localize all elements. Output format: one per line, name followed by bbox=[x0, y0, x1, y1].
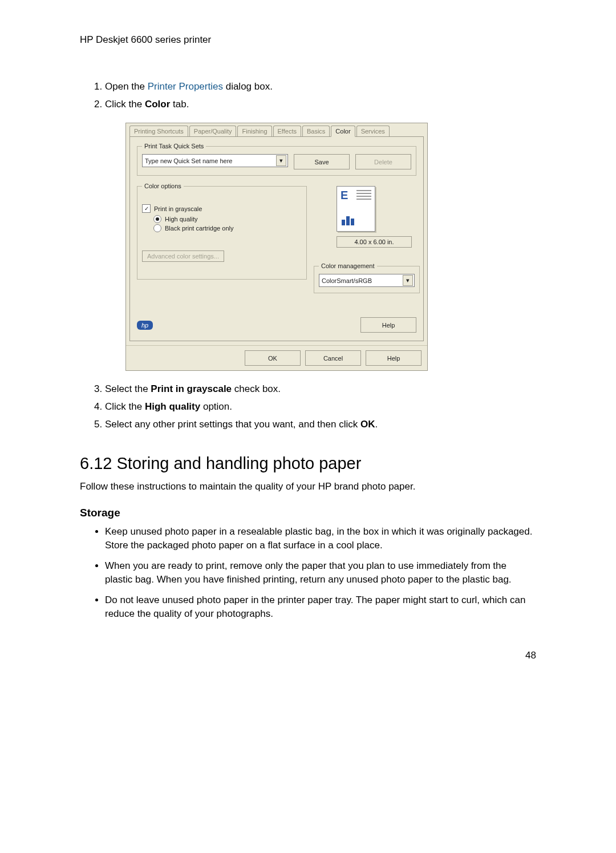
step-2: Click the Color tab. bbox=[105, 98, 536, 112]
steps-before-dialog: Open the Printer Properties dialog box. … bbox=[80, 80, 536, 111]
black-cartridge-label: Black print cartridge only bbox=[165, 225, 233, 232]
color-options-legend: Color options bbox=[142, 183, 184, 189]
step-4: Click the High quality option. bbox=[105, 400, 536, 414]
printer-properties-dialog: Printing Shortcuts Paper/Quality Finishi… bbox=[125, 123, 428, 371]
chevron-down-icon[interactable]: ▾ bbox=[403, 275, 413, 286]
steps-after-dialog: Select the Print in grayscale check box.… bbox=[80, 382, 536, 431]
quickset-fieldset: Print Task Quick Sets Type new Quick Set… bbox=[137, 143, 416, 176]
quickset-select[interactable]: Type new Quick Set name here ▾ bbox=[142, 154, 288, 167]
tab-basics[interactable]: Basics bbox=[302, 126, 330, 137]
save-button[interactable]: Save bbox=[294, 154, 350, 169]
tab-color[interactable]: Color bbox=[331, 126, 355, 137]
tab-printing-shortcuts[interactable]: Printing Shortcuts bbox=[129, 126, 188, 137]
tab-finishing[interactable]: Finishing bbox=[237, 126, 271, 137]
tab-services[interactable]: Services bbox=[356, 126, 390, 137]
help-button[interactable]: Help bbox=[360, 317, 416, 333]
list-item: When you are ready to print, remove only… bbox=[105, 559, 536, 587]
high-quality-label: High quality bbox=[165, 216, 197, 223]
tab-paper-quality[interactable]: Paper/Quality bbox=[189, 126, 237, 137]
color-management-fieldset: Color management ColorSmart/sRGB ▾ bbox=[314, 262, 420, 293]
preview-letter-icon: E bbox=[341, 189, 348, 202]
hp-logo-icon: hp bbox=[137, 321, 153, 330]
step-3: Select the Print in grayscale check box. bbox=[105, 382, 536, 397]
quickset-legend: Print Task Quick Sets bbox=[142, 143, 206, 149]
page-preview: E 4.00 x 6.00 in. bbox=[337, 186, 416, 248]
high-quality-radio[interactable] bbox=[153, 215, 161, 223]
grayscale-label: Print in grayscale bbox=[154, 205, 202, 212]
paper-dimensions: 4.00 x 6.00 in. bbox=[337, 236, 412, 248]
ok-button[interactable]: OK bbox=[245, 350, 301, 366]
list-item: Keep unused photo paper in a resealable … bbox=[105, 525, 536, 552]
chevron-down-icon[interactable]: ▾ bbox=[276, 155, 286, 166]
tab-effects[interactable]: Effects bbox=[273, 126, 301, 137]
cancel-button[interactable]: Cancel bbox=[305, 350, 361, 366]
dialog-bottom-buttons: OK Cancel Help bbox=[126, 345, 427, 370]
list-item: Do not leave unused photo paper in the p… bbox=[105, 593, 536, 621]
printer-properties-link[interactable]: Printer Properties bbox=[148, 81, 223, 92]
section-intro: Follow these instructions to maintain th… bbox=[80, 480, 536, 494]
delete-button: Delete bbox=[355, 154, 411, 169]
step-5: Select any other print settings that you… bbox=[105, 418, 536, 432]
storage-bullets: Keep unused photo paper in a resealable … bbox=[80, 525, 536, 621]
color-management-select[interactable]: ColorSmart/sRGB ▾ bbox=[319, 274, 415, 287]
section-heading: 6.12 Storing and handling photo paper bbox=[80, 454, 536, 473]
storage-subheading: Storage bbox=[80, 507, 536, 519]
dialog-tabs: Printing Shortcuts Paper/Quality Finishi… bbox=[126, 123, 427, 137]
color-options-fieldset: Color options ✓ Print in grayscale High … bbox=[137, 183, 307, 280]
step-1: Open the Printer Properties dialog box. bbox=[105, 80, 536, 94]
grayscale-checkbox[interactable]: ✓ bbox=[142, 204, 151, 213]
page-number: 48 bbox=[80, 650, 536, 661]
advanced-color-settings-button: Advanced color settings... bbox=[142, 250, 224, 262]
page-header: HP Deskjet 6600 series printer bbox=[80, 34, 536, 46]
black-cartridge-radio[interactable] bbox=[153, 224, 161, 232]
color-management-legend: Color management bbox=[319, 262, 377, 269]
help-button-bottom[interactable]: Help bbox=[366, 350, 422, 366]
